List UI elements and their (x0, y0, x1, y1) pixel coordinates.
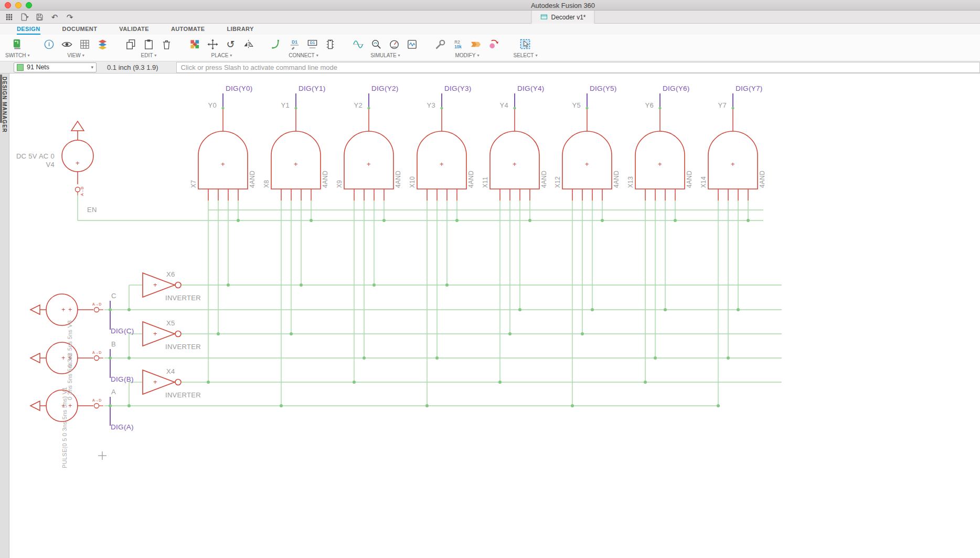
source-V4[interactable] (62, 140, 93, 172)
add-part-icon[interactable] (186, 36, 204, 52)
type-label[interactable]: INVERTER (165, 343, 201, 351)
pin-label[interactable]: C (111, 292, 116, 300)
gate-origin-mark[interactable]: + (153, 378, 157, 386)
close-window-button[interactable] (5, 2, 11, 8)
type-label[interactable]: 4AND (467, 171, 475, 188)
gate-origin-mark[interactable]: + (731, 160, 735, 168)
type-label[interactable]: INVERTER (165, 294, 201, 302)
ref-label[interactable]: X8 (263, 180, 270, 188)
ad-bridge-label[interactable]: A→D (92, 351, 102, 354)
voltmeter-icon[interactable] (385, 36, 403, 52)
power-flag[interactable] (71, 121, 84, 131)
gate-origin-mark[interactable]: + (153, 330, 157, 338)
net-label[interactable]: DIG(Y3) (444, 85, 472, 92)
layers-icon[interactable] (93, 36, 111, 52)
type-label[interactable]: INVERTER (165, 391, 201, 399)
simulate-menu[interactable]: SIMULATE▾ (370, 52, 400, 58)
select-menu[interactable]: SELECT▾ (513, 52, 537, 58)
pin-label[interactable]: B (111, 340, 116, 348)
copy-icon[interactable] (122, 36, 140, 52)
source-params-label[interactable]: PULSE(0 5 0 3ns 5ns 5ns) V1 (61, 387, 68, 468)
ad-bridge-symbol[interactable] (94, 308, 99, 312)
inverter-bubble[interactable] (175, 282, 181, 288)
info-icon[interactable]: i (40, 36, 58, 52)
inverter-bubble[interactable] (175, 380, 181, 385)
rotate-icon[interactable]: ↺ (221, 36, 239, 52)
mirror-icon[interactable] (239, 36, 257, 52)
paste-icon[interactable] (140, 36, 157, 52)
pin-label[interactable]: Y1 (281, 101, 290, 109)
net-label[interactable]: DIG(Y1) (299, 85, 326, 92)
tab-validate[interactable]: VALIDATE (119, 24, 149, 35)
net-label[interactable]: DIG(B) (111, 375, 134, 383)
type-label[interactable]: 4AND (322, 171, 329, 188)
type-label[interactable]: 4AND (249, 171, 256, 188)
ref-label[interactable]: X13 (627, 176, 634, 188)
part-value-icon[interactable]: D1 (303, 36, 321, 52)
ic-symbol-icon[interactable] (321, 36, 339, 52)
source-plus-mark[interactable]: + (61, 354, 65, 362)
gate-origin-mark[interactable]: + (658, 160, 662, 168)
ad-bridge-symbol[interactable] (94, 356, 99, 361)
command-line-input[interactable] (176, 62, 980, 73)
ad-bridge-symbol[interactable] (76, 187, 80, 192)
rename-value-icon[interactable]: R210k (449, 36, 467, 52)
pin-label[interactable]: Y3 (427, 101, 435, 109)
new-document-icon[interactable]: ▾ (18, 12, 30, 23)
waveform-icon[interactable] (349, 36, 367, 52)
type-label[interactable]: 4AND (759, 171, 766, 188)
type-label[interactable]: 4AND (613, 171, 620, 188)
pin-label[interactable]: Y7 (718, 101, 727, 109)
gate-origin-mark[interactable]: + (221, 160, 225, 168)
ref-label[interactable]: X7 (190, 180, 197, 188)
net-name-icon[interactable]: D1 (285, 36, 303, 52)
zoom-window-button[interactable] (26, 2, 32, 8)
select-tool-icon[interactable] (516, 36, 534, 52)
net-label[interactable]: EN (87, 206, 97, 214)
pin-label[interactable]: Y0 (208, 101, 217, 109)
nets-selector[interactable]: 91 Nets ▾ (14, 62, 97, 72)
switch-menu[interactable]: SWITCH▾ (5, 52, 29, 58)
wrench-icon[interactable] (431, 36, 449, 52)
probe-magnifier-icon[interactable] (367, 36, 385, 52)
ref-label[interactable]: X9 (336, 180, 343, 188)
input-port-flag[interactable] (30, 305, 40, 314)
document-tab[interactable]: Decoder v1* (531, 10, 594, 24)
ref-label[interactable]: V4 (46, 161, 55, 169)
pin-label[interactable]: A (111, 388, 116, 396)
source-plus-mark[interactable]: + (68, 402, 72, 409)
ref-label[interactable]: X10 (409, 176, 416, 188)
ref-label[interactable]: X14 (700, 176, 707, 188)
net-label[interactable]: DIG(Y0) (226, 85, 253, 92)
minimize-window-button[interactable] (15, 2, 22, 8)
ref-label[interactable]: X6 (166, 270, 175, 278)
gate-origin-mark[interactable]: + (294, 160, 298, 168)
save-icon[interactable] (34, 12, 45, 23)
draw-net-wire-icon[interactable] (268, 36, 285, 52)
gate-origin-mark[interactable]: + (367, 160, 371, 168)
pin-label[interactable]: Y2 (354, 101, 363, 109)
switch-to-pcb-icon[interactable] (8, 36, 26, 52)
net-label[interactable]: DIG(C) (111, 327, 134, 335)
net-label[interactable]: DIG(Y6) (663, 85, 690, 92)
gate-origin-mark[interactable]: + (440, 160, 444, 168)
type-label[interactable]: 4AND (395, 171, 402, 188)
redo-icon[interactable]: ↷ (64, 12, 76, 23)
pin-label[interactable]: Y6 (645, 101, 654, 109)
ad-bridge-label[interactable]: A→D (92, 398, 102, 402)
move-icon[interactable] (204, 36, 221, 52)
design-manager-panel[interactable]: DESIGN MANAGER (0, 73, 9, 558)
net-label[interactable]: DIG(Y2) (371, 85, 399, 92)
ad-bridge-label[interactable]: A→D (92, 302, 102, 306)
pin-label[interactable]: Y5 (572, 101, 581, 109)
net-label[interactable]: DIG(Y5) (590, 85, 617, 92)
source-plus-mark[interactable]: + (68, 306, 72, 313)
ad-bridge-symbol[interactable] (94, 404, 99, 408)
view-menu[interactable]: VIEW▾ (67, 52, 84, 58)
ref-label[interactable]: X4 (166, 367, 175, 375)
connect-menu[interactable]: CONNECT▾ (289, 52, 318, 58)
inverter-bubble[interactable] (175, 331, 181, 337)
tab-document[interactable]: DOCUMENT (62, 24, 98, 35)
app-grid-icon[interactable] (3, 12, 15, 23)
type-label[interactable]: 4AND (540, 171, 548, 188)
